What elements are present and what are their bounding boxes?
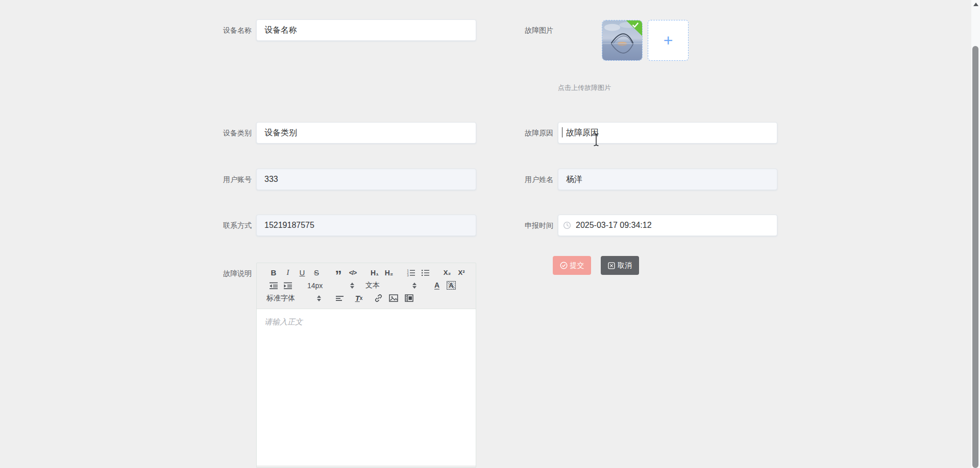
- insert-video-icon[interactable]: [402, 292, 416, 305]
- scrollbar-up-arrow[interactable]: [973, 3, 978, 6]
- header1-button[interactable]: H₁: [368, 267, 382, 279]
- fault-reason-label: 故障原因: [480, 122, 553, 144]
- updown-arrows-icon: [350, 283, 354, 289]
- font-size-value: 14px: [307, 282, 323, 290]
- editor-placeholder: 请输入正文: [264, 317, 468, 327]
- clear-format-button[interactable]: Tx: [352, 292, 366, 305]
- updown-arrows-icon: [412, 283, 416, 289]
- device-type-label: 设备类别: [174, 122, 252, 144]
- fault-report-form-page: 设备名称 故障图片 + 点击上传故障图片 设备类别: [0, 0, 980, 468]
- bridge-photo-image: [602, 20, 642, 60]
- scrollbar-thumb[interactable]: [972, 46, 978, 468]
- subscript-button[interactable]: X₂: [440, 267, 454, 279]
- report-time-input[interactable]: [558, 215, 777, 236]
- font-family-value: 标准字体: [266, 294, 295, 303]
- cancel-button[interactable]: 取消: [601, 256, 639, 275]
- device-type-input[interactable]: [256, 122, 476, 144]
- editor-content-area[interactable]: 请输入正文: [257, 309, 476, 465]
- submit-button[interactable]: 提交: [553, 256, 591, 275]
- outdent-icon[interactable]: [266, 279, 281, 292]
- contact-label: 联系方式: [174, 215, 252, 236]
- report-time-label: 申报时间: [480, 215, 553, 236]
- contact-input[interactable]: [256, 215, 476, 236]
- device-name-label: 设备名称: [174, 19, 252, 41]
- fault-desc-label: 故障说明: [174, 263, 252, 284]
- italic-button[interactable]: I: [281, 267, 295, 279]
- upload-image-button[interactable]: +: [648, 20, 689, 61]
- page-scrollbar[interactable]: [971, 0, 980, 468]
- cancel-button-label: 取消: [618, 261, 632, 270]
- insert-image-icon[interactable]: [386, 292, 401, 305]
- code-block-button[interactable]: </>: [346, 267, 360, 279]
- format-value: 文本: [365, 281, 380, 290]
- text-caret: [562, 127, 562, 137]
- user-name-label: 用户姓名: [480, 169, 553, 190]
- align-icon[interactable]: [332, 292, 347, 305]
- font-family-select[interactable]: 标准字体: [266, 294, 321, 303]
- fault-image-label: 故障图片: [480, 19, 553, 41]
- uploaded-fault-image-thumbnail[interactable]: [602, 20, 643, 61]
- font-color-button[interactable]: A: [430, 279, 444, 292]
- blockquote-button[interactable]: ”: [331, 269, 346, 282]
- format-select[interactable]: 文本: [365, 281, 416, 290]
- underline-button[interactable]: U: [295, 267, 309, 279]
- header2-button[interactable]: H₂: [382, 267, 396, 279]
- clock-icon: [563, 221, 571, 229]
- bold-button[interactable]: B: [266, 267, 281, 279]
- fault-reason-input[interactable]: [558, 122, 777, 144]
- submit-button-label: 提交: [570, 261, 584, 270]
- circle-check-icon: [560, 262, 568, 269]
- user-account-input[interactable]: [256, 169, 476, 190]
- indent-icon[interactable]: [281, 279, 295, 292]
- plus-icon: +: [664, 31, 673, 50]
- user-account-label: 用户账号: [174, 169, 252, 190]
- upload-tip-text: 点击上传故障图片: [558, 83, 611, 92]
- strikethrough-button[interactable]: S: [309, 267, 324, 279]
- ibeam-cursor: [592, 133, 600, 147]
- link-icon[interactable]: [371, 292, 385, 305]
- user-name-input[interactable]: [558, 169, 777, 190]
- font-size-select[interactable]: 14px: [307, 282, 354, 290]
- svg-text:3: 3: [407, 274, 408, 277]
- device-name-input[interactable]: [256, 19, 476, 41]
- bullet-list-icon[interactable]: [418, 267, 432, 279]
- background-color-button[interactable]: A: [444, 279, 458, 292]
- rich-text-editor: B I U S ” </> H₁ H₂ 123: [256, 263, 476, 468]
- updown-arrows-icon: [317, 295, 321, 301]
- editor-toolbar: B I U S ” </> H₁ H₂ 123: [257, 263, 476, 309]
- ordered-list-icon[interactable]: 123: [404, 267, 418, 279]
- superscript-button[interactable]: X²: [454, 267, 469, 279]
- square-close-icon: [608, 262, 615, 269]
